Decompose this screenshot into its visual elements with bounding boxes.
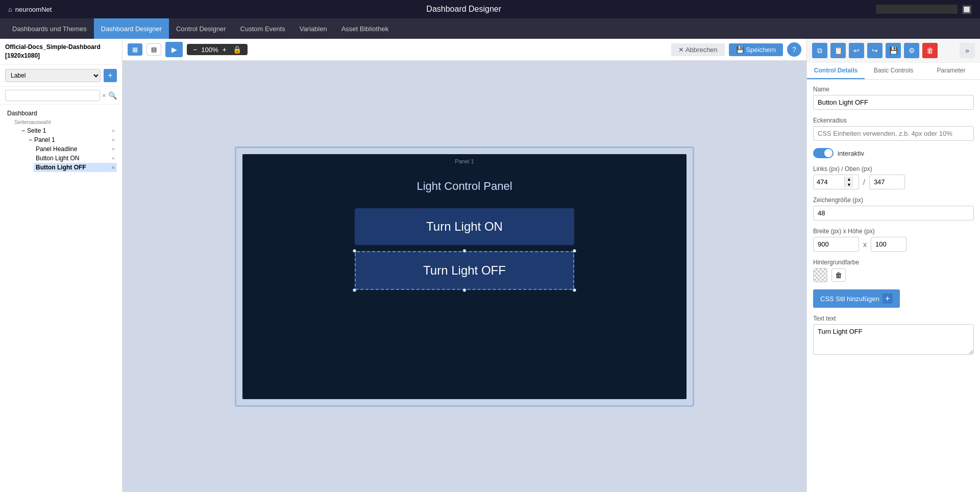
lock-button[interactable]: 🔒 bbox=[231, 45, 243, 54]
tab-parameter[interactable]: Parameter bbox=[922, 63, 980, 79]
color-swatch[interactable] bbox=[813, 268, 827, 282]
tree-btn-off-label: Button Light OFF bbox=[36, 164, 86, 171]
sidebar-header: Label + bbox=[0, 65, 122, 87]
zoom-in-button[interactable]: + bbox=[220, 45, 228, 54]
redo-button[interactable]: ↪ bbox=[867, 43, 883, 58]
prop-fontsize-group: Zeichengröße (px) bbox=[813, 196, 974, 220]
canvas-toolbar: ▦ ▤ ▶ − 100% + 🔒 ✕ Abbrechen 💾 Speichern… bbox=[122, 39, 806, 61]
copy-icon-button[interactable]: ⧉ bbox=[812, 43, 827, 58]
left-up-arrow[interactable]: ▲ bbox=[845, 177, 853, 182]
grid-view-button[interactable]: ▦ bbox=[128, 43, 142, 56]
expand-button[interactable]: » bbox=[960, 43, 975, 58]
tree-panel1[interactable]: − Panel 1 × bbox=[27, 135, 117, 144]
label-select[interactable]: Label bbox=[5, 69, 101, 82]
sidebar-search[interactable] bbox=[5, 90, 100, 101]
eckenradius-label: Eckenradius bbox=[813, 117, 974, 124]
panel-headline-close-icon[interactable]: × bbox=[112, 146, 115, 152]
fontsize-input[interactable] bbox=[813, 206, 974, 220]
main-layout: Official-Docs_Simple-Dashboard [1920x108… bbox=[0, 39, 980, 492]
interaktiv-label: interaktiv bbox=[838, 150, 864, 157]
save-icon-button[interactable]: 💾 bbox=[886, 43, 901, 58]
nav-custom-events[interactable]: Custom Events bbox=[233, 18, 292, 39]
add-button[interactable]: + bbox=[104, 69, 117, 82]
left-input[interactable] bbox=[814, 175, 844, 189]
eckenradius-input[interactable] bbox=[813, 126, 974, 141]
tree-seite1[interactable]: − Seite 1 × bbox=[19, 126, 117, 135]
canvas-frame[interactable]: Panel 1 Light Control Panel Turn Light O… bbox=[235, 146, 694, 407]
size-label: Breite (px) x Höhe (px) bbox=[813, 228, 974, 235]
tab-basic-controls[interactable]: Basic Controls bbox=[865, 63, 922, 79]
canvas-buttons: Turn Light ON Turn Light OFF bbox=[242, 208, 687, 290]
nav-dashboards[interactable]: Dashboards und Themes bbox=[5, 18, 94, 39]
save-button[interactable]: 💾 Speichern bbox=[729, 43, 783, 56]
name-label: Name bbox=[813, 86, 974, 93]
cancel-x-icon: ✕ bbox=[678, 46, 685, 54]
cancel-button[interactable]: ✕ Abbrechen bbox=[671, 43, 725, 56]
btn-on-close-icon[interactable]: × bbox=[112, 155, 115, 161]
play-button[interactable]: ▶ bbox=[165, 42, 183, 57]
handle-tl bbox=[353, 249, 356, 253]
width-input[interactable] bbox=[813, 237, 859, 252]
settings-button[interactable]: ⚙ bbox=[904, 43, 919, 58]
seite1-close-icon[interactable]: × bbox=[112, 128, 115, 134]
search-icon[interactable]: 🔍 bbox=[108, 91, 117, 100]
help-button[interactable]: ? bbox=[787, 42, 801, 57]
nav-dashboard-designer[interactable]: Dashboard Designer bbox=[94, 18, 169, 39]
topbar-icon: 🔲 bbox=[962, 5, 972, 14]
undo-button[interactable]: ↩ bbox=[849, 43, 864, 58]
list-view-button[interactable]: ▤ bbox=[146, 43, 161, 56]
project-title-area: Official-Docs_Simple-Dashboard [1920x108… bbox=[0, 39, 122, 65]
left-input-wrapper: ▲ ▼ bbox=[813, 175, 859, 189]
tree-seitenauswahl[interactable]: Seitenauswahl bbox=[12, 118, 117, 126]
tree-panel-headline-label: Panel Headline bbox=[36, 145, 77, 153]
turn-light-off-container: Turn Light OFF bbox=[355, 251, 574, 290]
tree-panel1-label: Panel 1 bbox=[34, 136, 55, 143]
turn-light-on-button[interactable]: Turn Light ON bbox=[355, 208, 574, 245]
tab-control-details[interactable]: Control Details bbox=[807, 63, 865, 79]
canvas-content: Panel 1 Light Control Panel Turn Light O… bbox=[122, 61, 806, 492]
props-tabs: Control Details Basic Controls Parameter bbox=[807, 63, 980, 80]
tree-panel-headline[interactable]: Panel Headline × bbox=[34, 144, 117, 154]
top-input[interactable] bbox=[869, 175, 905, 189]
nav-control-designer[interactable]: Control Designer bbox=[169, 18, 233, 39]
topbar-right: 🔲 bbox=[876, 5, 972, 14]
btn-off-close-icon[interactable]: × bbox=[112, 164, 115, 170]
size-inputs: x bbox=[813, 237, 974, 252]
handle-br bbox=[573, 288, 576, 292]
canvas-toolbar-right: ✕ Abbrechen 💾 Speichern ? bbox=[671, 42, 801, 57]
delete-color-button[interactable]: 🗑 bbox=[831, 268, 846, 282]
delete-button[interactable]: 🗑 bbox=[922, 43, 938, 58]
turn-light-off-button[interactable]: Turn Light OFF bbox=[355, 251, 574, 290]
props-content: Name Eckenradius interaktiv Links (px) /… bbox=[807, 80, 980, 492]
name-input[interactable] bbox=[813, 95, 974, 110]
sidebar: Official-Docs_Simple-Dashboard [1920x108… bbox=[0, 39, 122, 492]
tree-dashboard[interactable]: Dashboard bbox=[5, 109, 117, 118]
interaktiv-toggle[interactable] bbox=[813, 148, 834, 158]
zoom-out-button[interactable]: − bbox=[191, 45, 199, 54]
panel-headline: Light Control Panel bbox=[242, 180, 687, 193]
paste-icon-button[interactable]: 📋 bbox=[830, 43, 846, 58]
toggle-knob bbox=[824, 149, 832, 157]
tree-btn-on[interactable]: Button Light ON × bbox=[34, 154, 117, 163]
prop-position-group: Links (px) / Oben (px) ▲ ▼ / bbox=[813, 165, 974, 189]
handle-tm bbox=[463, 249, 467, 253]
height-input[interactable] bbox=[871, 237, 906, 252]
tree-dashboard-label: Dashboard bbox=[7, 110, 37, 117]
panel1-close-icon[interactable]: × bbox=[112, 137, 115, 143]
prop-css-group: CSS Stil hinzufügen + bbox=[813, 289, 974, 308]
text-textarea[interactable]: Turn Light OFF bbox=[813, 324, 974, 355]
nav-variablen[interactable]: Variablen bbox=[292, 18, 334, 39]
position-label: Links (px) / Oben (px) bbox=[813, 165, 974, 173]
canvas-inner: Panel 1 Light Control Panel Turn Light O… bbox=[242, 154, 687, 399]
tree-btn-off[interactable]: Button Light OFF × bbox=[34, 163, 117, 172]
css-add-button[interactable]: CSS Stil hinzufügen + bbox=[813, 289, 900, 308]
zoom-controls: − 100% + 🔒 bbox=[187, 44, 248, 55]
panel-label: Panel 1 bbox=[242, 154, 687, 164]
nav-asset-bibliothek[interactable]: Asset Bibliothek bbox=[334, 18, 396, 39]
topbar-search[interactable] bbox=[876, 5, 958, 14]
prop-bgcolor-group: Hintergrundfarbe 🗑 bbox=[813, 259, 974, 282]
left-down-arrow[interactable]: ▼ bbox=[845, 182, 853, 188]
close-icon[interactable]: × bbox=[102, 91, 106, 100]
sidebar-search-row: × 🔍 bbox=[0, 87, 122, 105]
position-inputs: ▲ ▼ / bbox=[813, 175, 974, 189]
